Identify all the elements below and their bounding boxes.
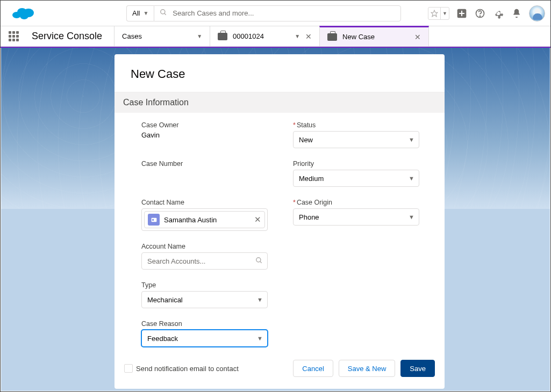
chevron-down-icon: ▼ — [409, 175, 414, 182]
modal-title: New Case — [115, 54, 445, 92]
notification-checkbox-label[interactable]: Send notification email to contact — [124, 364, 239, 373]
field-account-name: Account Name — [141, 243, 274, 270]
svg-rect-11 — [151, 217, 156, 222]
select-type-value: Mechanical — [147, 296, 257, 304]
global-actions-button[interactable] — [456, 8, 468, 19]
chevron-down-icon: ▼ — [409, 136, 414, 143]
chevron-down-icon: ▼ — [257, 296, 263, 303]
label-case-number: Case Number — [141, 160, 274, 168]
select-status-value: New — [299, 136, 409, 144]
search-icon — [160, 9, 167, 18]
tab-case-record-label: 00001024 — [233, 32, 289, 40]
save-and-new-button[interactable]: Save & New — [339, 360, 396, 377]
nav-underline — [1, 47, 550, 48]
app-name: Service Console — [26, 26, 114, 46]
save-button[interactable]: Save — [400, 360, 435, 377]
global-header: All ▼ ▼ — [1, 1, 550, 26]
field-contact-name: Contact Name Samantha Austin ✕ — [141, 199, 274, 231]
new-case-modal: New Case Case Information Case Owner Gav… — [115, 54, 445, 389]
waffle-icon — [9, 31, 19, 41]
value-case-owner: Gavin — [141, 131, 274, 139]
svg-marker-6 — [431, 10, 438, 17]
close-icon[interactable]: ✕ — [414, 33, 421, 41]
notification-label-text: Send notification email to contact — [136, 365, 239, 373]
field-case-owner: Case Owner Gavin — [141, 121, 274, 148]
search-icon — [255, 257, 263, 266]
section-header: Case Information — [115, 92, 445, 113]
form-grid: Case Owner Gavin *Status New ▼ Case Numb… — [115, 113, 445, 360]
contact-icon — [148, 214, 160, 226]
global-search[interactable] — [154, 5, 401, 21]
case-icon — [327, 33, 337, 41]
label-type: Type — [141, 281, 274, 289]
select-case-origin-value: Phone — [299, 213, 409, 221]
select-case-reason[interactable]: Feedback ▼ — [141, 330, 268, 347]
field-priority: Priority Medium ▼ — [293, 160, 425, 187]
caret-down-icon: ▼ — [143, 10, 148, 16]
case-icon — [218, 33, 227, 40]
account-search-input[interactable] — [147, 257, 255, 265]
remove-contact-icon[interactable]: ✕ — [254, 215, 261, 224]
star-icon — [428, 8, 440, 19]
svg-rect-12 — [152, 219, 154, 220]
label-status: *Status — [293, 121, 425, 129]
svg-line-14 — [260, 261, 262, 263]
select-status[interactable]: New ▼ — [293, 131, 419, 148]
search-scope-label: All — [132, 9, 140, 17]
tab-new-case-label: New Case — [342, 33, 409, 41]
user-avatar[interactable] — [529, 5, 545, 21]
cancel-button[interactable]: Cancel — [293, 360, 333, 377]
label-account-name: Account Name — [141, 243, 274, 250]
close-icon[interactable]: ✕ — [305, 32, 312, 41]
chevron-down-icon[interactable]: ▼ — [295, 33, 300, 39]
tab-cases-label: Cases — [122, 32, 191, 40]
setup-gear-icon[interactable] — [492, 8, 504, 19]
label-contact-name: Contact Name — [141, 199, 274, 206]
tab-new-case[interactable]: New Case ✕ — [319, 26, 429, 46]
field-case-number: Case Number — [141, 160, 274, 187]
label-priority: Priority — [293, 160, 425, 168]
favorites-button[interactable]: ▼ — [428, 7, 449, 20]
select-case-reason-value: Feedback — [147, 335, 257, 343]
label-case-owner: Case Owner — [141, 121, 274, 129]
select-priority-value: Medium — [299, 175, 409, 183]
chevron-down-icon: ▼ — [257, 335, 263, 342]
svg-point-9 — [480, 16, 480, 16]
select-type[interactable]: Mechanical ▼ — [141, 291, 268, 308]
contact-pill: Samantha Austin ✕ — [144, 211, 265, 228]
help-icon[interactable] — [474, 8, 486, 19]
tab-cases[interactable]: Cases ▼ — [114, 26, 210, 46]
svg-point-13 — [256, 257, 261, 262]
app-launcher-button[interactable] — [1, 26, 26, 46]
navigation-bar: Service Console Cases ▼ 00001024 ▼ ✕ New… — [1, 26, 550, 47]
chevron-down-icon[interactable]: ▼ — [197, 33, 202, 39]
lookup-contact-name[interactable]: Samantha Austin ✕ — [141, 208, 268, 231]
modal-footer: Send notification email to contact Cance… — [115, 360, 445, 379]
field-case-reason: Case Reason Feedback ▼ — [141, 320, 274, 347]
chevron-down-icon: ▼ — [409, 214, 414, 220]
field-type: Type Mechanical ▼ — [141, 281, 274, 308]
notifications-bell-icon[interactable] — [511, 8, 523, 19]
field-case-origin: *Case Origin Phone ▼ — [293, 199, 425, 231]
contact-pill-text: Samantha Austin — [164, 216, 250, 224]
global-search-input[interactable] — [173, 9, 395, 17]
favorites-dropdown-icon[interactable]: ▼ — [440, 8, 449, 19]
field-status: *Status New ▼ — [293, 121, 425, 148]
lookup-account-name[interactable] — [141, 252, 268, 270]
svg-line-5 — [164, 13, 166, 15]
svg-point-3 — [20, 13, 28, 19]
label-case-reason: Case Reason — [141, 320, 274, 328]
search-scope-dropdown[interactable]: All ▼ — [126, 5, 154, 21]
select-case-origin[interactable]: Phone ▼ — [293, 208, 419, 226]
svg-point-4 — [161, 10, 165, 14]
label-case-origin: *Case Origin — [293, 199, 425, 206]
tab-case-record[interactable]: 00001024 ▼ ✕ — [210, 26, 319, 46]
select-priority[interactable]: Medium ▼ — [293, 170, 419, 187]
salesforce-logo — [11, 5, 35, 21]
svg-point-10 — [497, 12, 500, 14]
notification-checkbox[interactable] — [124, 364, 133, 373]
